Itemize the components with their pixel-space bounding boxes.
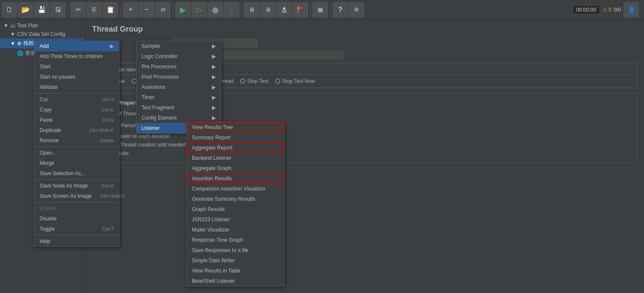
- ctx-dup-shortcut: Ctrl+Shift-C: [90, 128, 114, 133]
- listener-graph-results[interactable]: Graph Results: [187, 204, 284, 214]
- ctx-duplicate[interactable]: Duplicate Ctrl+Shift-C: [35, 125, 119, 135]
- listener-simple-data[interactable]: Simple Data Writer: [187, 255, 284, 266]
- listener-view-results-table[interactable]: View Results in Table: [187, 266, 284, 276]
- tg-icon: ⚙: [17, 41, 22, 47]
- expand-icon: ▼: [3, 23, 9, 29]
- remote-zoom-btn[interactable]: 🔬: [276, 2, 292, 18]
- ctx-cut-shortcut: Ctrl-X: [102, 97, 114, 102]
- submenu-timer[interactable]: Timer ▶: [136, 92, 221, 103]
- logo-btn[interactable]: ⚙: [349, 2, 364, 18]
- cut-btn[interactable]: ✂: [70, 2, 86, 18]
- listener-comparison[interactable]: Comparison Assertion Visualizer: [187, 184, 284, 194]
- run-no-pause-btn[interactable]: ▷: [191, 2, 207, 18]
- ctx-add[interactable]: Add ▶: [35, 41, 119, 51]
- listener-beanshell[interactable]: BeanShell Listener: [187, 276, 284, 286]
- ctx-sep4: [35, 202, 119, 202]
- ctx-remove[interactable]: Remove Delete: [35, 135, 119, 146]
- warning-count: 0: [609, 7, 612, 13]
- radio-stop-test-now[interactable]: Stop Test Now: [275, 78, 315, 84]
- tree-item-testplan[interactable]: ▼ 🗂 Test Plan: [0, 21, 85, 30]
- radio-stop-test[interactable]: Stop Test: [240, 78, 268, 84]
- sep5: [310, 4, 310, 16]
- listener-assertion-results[interactable]: Assertion Results: [187, 173, 284, 184]
- submenu-assertions[interactable]: Assertions ▶: [136, 82, 221, 92]
- new-btn[interactable]: 🗋: [2, 2, 17, 18]
- shutdown-btn[interactable]: ○: [224, 2, 239, 18]
- remote-stop-btn[interactable]: 🖥: [260, 2, 276, 18]
- ctx-start[interactable]: Start: [35, 62, 119, 72]
- tg-expand-icon: ▼: [10, 41, 15, 47]
- ctx-toggle[interactable]: Toggle Ctrl-T: [35, 224, 119, 234]
- ctx-sep1: [35, 93, 119, 94]
- collapse-btn[interactable]: −: [139, 2, 154, 18]
- ctx-add-think-times[interactable]: Add Think Times to children: [35, 51, 119, 62]
- sep6: [330, 4, 331, 16]
- remote-start-btn[interactable]: 🖥: [244, 2, 259, 18]
- expand-btn[interactable]: +: [123, 2, 138, 18]
- copy-btn[interactable]: ⎘: [87, 2, 102, 18]
- ctx-remove-shortcut: Delete: [100, 138, 114, 143]
- csv-label: CSV Data Set Config: [17, 31, 65, 37]
- submenu-logic-controller[interactable]: Logic Controller ▶: [136, 51, 221, 62]
- ctx-merge[interactable]: Merge: [35, 158, 119, 168]
- sep1: [68, 4, 68, 16]
- listener-mailer[interactable]: Mailer Visualizer: [187, 225, 284, 235]
- ctx-paste-shortcut: Ctrl-V: [102, 117, 114, 123]
- add-submenu: Sampler ▶ Logic Controller ▶ Pre Process…: [136, 41, 221, 134]
- flag-btn[interactable]: 🚩: [293, 2, 308, 18]
- csv-icon: ▼: [10, 31, 15, 37]
- timer-display: 00:00:00: [572, 5, 600, 15]
- radio-stop-test-now-btn[interactable]: [275, 79, 280, 84]
- listener-backend[interactable]: Backend Listener: [187, 153, 284, 163]
- ctx-help[interactable]: Help: [35, 236, 119, 246]
- ctx-disable[interactable]: Disable: [35, 214, 119, 224]
- listener-save-responses[interactable]: Save Responses to a file: [187, 245, 284, 255]
- listener-response-time[interactable]: Response Time Graph: [187, 235, 284, 245]
- submenu-post-processors[interactable]: Post Processors ▶: [136, 72, 221, 82]
- context-menu: Add ▶ Add Think Times to children Start …: [34, 41, 119, 247]
- submenu-sampler[interactable]: Sampler ▶: [136, 41, 221, 51]
- help-btn[interactable]: ?: [333, 2, 348, 18]
- listener-summary-report[interactable]: Summary Report: [187, 132, 284, 143]
- scheduler-row: Scheduler: [98, 150, 632, 156]
- listener-aggregate-report[interactable]: Aggregate Report: [187, 143, 284, 153]
- save-btn[interactable]: 💾: [34, 2, 49, 18]
- paste-btn[interactable]: 📋: [103, 2, 118, 18]
- config-arrow: ▶: [212, 115, 216, 121]
- ctx-copy[interactable]: Copy Ctrl-C: [35, 105, 119, 115]
- tree-item-csv[interactable]: ▼ CSV Data Set Config: [0, 30, 85, 38]
- sep4: [241, 4, 242, 16]
- listener-jsr223[interactable]: JSR223 Listener: [187, 214, 284, 225]
- ctx-save-node-image[interactable]: Save Node As Image Ctrl-G: [35, 181, 119, 191]
- profile-btn[interactable]: 👤: [624, 2, 639, 18]
- ctx-start-no-pauses[interactable]: Start no pauses: [35, 72, 119, 82]
- save-disk-btn[interactable]: 🖫: [50, 2, 66, 18]
- ctx-save-screen-image[interactable]: Save Screen As Image Ctrl+Shift-G: [35, 191, 119, 201]
- listener-aggregate-graph[interactable]: Aggregate Graph: [187, 163, 284, 173]
- timer-arrow: ▶: [212, 94, 216, 100]
- ctx-save-selection[interactable]: Save Selection As...: [35, 168, 119, 179]
- ctx-sep3: [35, 179, 119, 180]
- sep2: [120, 4, 121, 16]
- login-icon: 🌐: [17, 50, 23, 56]
- ctx-enable[interactable]: Enable: [35, 203, 119, 214]
- listener-generate-summary[interactable]: Generate Summary Results: [187, 194, 284, 204]
- ctx-cut[interactable]: Cut Ctrl-X: [35, 94, 119, 105]
- listener-view-results-tree[interactable]: View Results Tree: [187, 122, 284, 132]
- logic-arrow: ▶: [212, 53, 216, 59]
- open-btn[interactable]: 📂: [18, 2, 33, 18]
- panel-title: Thread Group: [92, 25, 637, 34]
- clear-btn[interactable]: ▦: [313, 2, 328, 18]
- toggle-btn[interactable]: ⇄: [155, 2, 171, 18]
- radio-stop-test-btn[interactable]: [240, 79, 245, 84]
- stop-btn[interactable]: ⬤: [208, 2, 223, 18]
- listener-submenu: View Results Tree Summary Report Aggrega…: [186, 122, 284, 287]
- run-btn[interactable]: ▶: [175, 2, 191, 18]
- submenu-pre-processors[interactable]: Pre Processors ▶: [136, 62, 221, 72]
- ctx-paste[interactable]: Paste Ctrl-V: [35, 115, 119, 125]
- ctx-validate[interactable]: Validate: [35, 82, 119, 92]
- ctx-open[interactable]: Open...: [35, 148, 119, 158]
- submenu-test-fragment[interactable]: Test Fragment ▶: [136, 103, 221, 113]
- post-arrow: ▶: [212, 74, 216, 80]
- radio-stop-test-now-label: Stop Test Now: [282, 78, 315, 84]
